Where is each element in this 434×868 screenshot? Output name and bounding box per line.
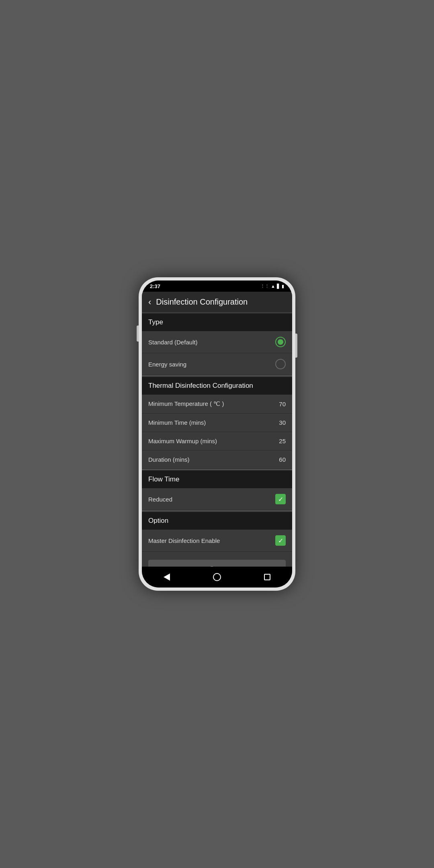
master-disinfection-label: Master Disinfection Enable xyxy=(148,537,220,544)
type-section-header: Type xyxy=(142,313,292,331)
navigation-bar xyxy=(142,567,292,588)
standard-radio[interactable] xyxy=(275,337,286,347)
divider-1 xyxy=(142,375,292,376)
phone-screen: 2:37 ⋮⋮ ▲ ▋ ▮ ‹ Disinfection Configurati… xyxy=(142,280,292,588)
max-warmup-label: Maximum Warmup (mins) xyxy=(148,438,217,444)
thermal-section-header: Thermal Disinfection Configuration xyxy=(142,377,292,395)
divider-3 xyxy=(142,510,292,511)
min-temp-row: Minimum Temperature ( ℃ ) 70 xyxy=(142,395,292,414)
status-time: 2:37 xyxy=(150,283,160,289)
option-section-title: Option xyxy=(148,517,168,524)
vibrate-icon: ⋮⋮ xyxy=(260,284,269,289)
standard-default-row[interactable]: Standard (Default) xyxy=(142,331,292,353)
nav-back-icon xyxy=(164,573,170,581)
signal-icon: ▋ xyxy=(277,284,280,289)
back-button[interactable]: ‹ xyxy=(148,298,151,307)
scroll-content: Type Standard (Default) Energy saving Th… xyxy=(142,313,292,567)
status-bar: 2:37 ⋮⋮ ▲ ▋ ▮ xyxy=(142,280,292,292)
nav-home-button[interactable] xyxy=(209,569,225,585)
flow-time-section-title: Flow Time xyxy=(148,475,179,483)
wifi-icon: ▲ xyxy=(271,284,275,289)
min-temp-value: 70 xyxy=(279,401,286,407)
nav-back-button[interactable] xyxy=(159,569,175,585)
flow-time-section-header: Flow Time xyxy=(142,471,292,488)
app-content: ‹ Disinfection Configuration Type Standa… xyxy=(142,292,292,567)
divider-2 xyxy=(142,469,292,470)
standard-default-label: Standard (Default) xyxy=(148,339,198,346)
duration-label: Duration (mins) xyxy=(148,456,190,463)
phone-frame: 2:37 ⋮⋮ ▲ ▋ ▮ ‹ Disinfection Configurati… xyxy=(139,277,295,591)
nav-recent-icon xyxy=(264,574,270,580)
nav-recent-button[interactable] xyxy=(259,569,275,585)
min-time-value: 30 xyxy=(279,419,286,426)
option-section-header: Option xyxy=(142,512,292,530)
type-section-title: Type xyxy=(148,318,163,326)
max-warmup-value: 25 xyxy=(279,438,286,444)
min-time-row: Minimum Time (mins) 30 xyxy=(142,414,292,432)
reduced-checkbox[interactable]: ✓ xyxy=(275,494,286,504)
status-icons: ⋮⋮ ▲ ▋ ▮ xyxy=(260,284,284,289)
page-title: Disinfection Configuration xyxy=(156,297,248,307)
min-temp-label: Minimum Temperature ( ℃ ) xyxy=(148,400,224,407)
save-button[interactable]: Save xyxy=(148,560,286,567)
duration-row: Duration (mins) 60 xyxy=(142,450,292,469)
min-time-label: Minimum Time (mins) xyxy=(148,419,206,426)
thermal-section-title: Thermal Disinfection Configuration xyxy=(148,382,253,389)
app-header: ‹ Disinfection Configuration xyxy=(142,292,292,313)
max-warmup-row: Maximum Warmup (mins) 25 xyxy=(142,432,292,450)
save-section: Save xyxy=(142,552,292,567)
nav-home-icon xyxy=(213,573,221,581)
energy-saving-radio[interactable] xyxy=(275,359,286,369)
master-disinfection-row[interactable]: Master Disinfection Enable ✓ xyxy=(142,530,292,552)
standard-radio-inner xyxy=(278,339,283,345)
master-disinfection-checkbox[interactable]: ✓ xyxy=(275,535,286,546)
energy-saving-label: Energy saving xyxy=(148,361,186,368)
reduced-label: Reduced xyxy=(148,496,172,503)
battery-icon: ▮ xyxy=(282,284,284,289)
reduced-row[interactable]: Reduced ✓ xyxy=(142,488,292,510)
energy-saving-row[interactable]: Energy saving xyxy=(142,353,292,375)
duration-value: 60 xyxy=(279,456,286,463)
